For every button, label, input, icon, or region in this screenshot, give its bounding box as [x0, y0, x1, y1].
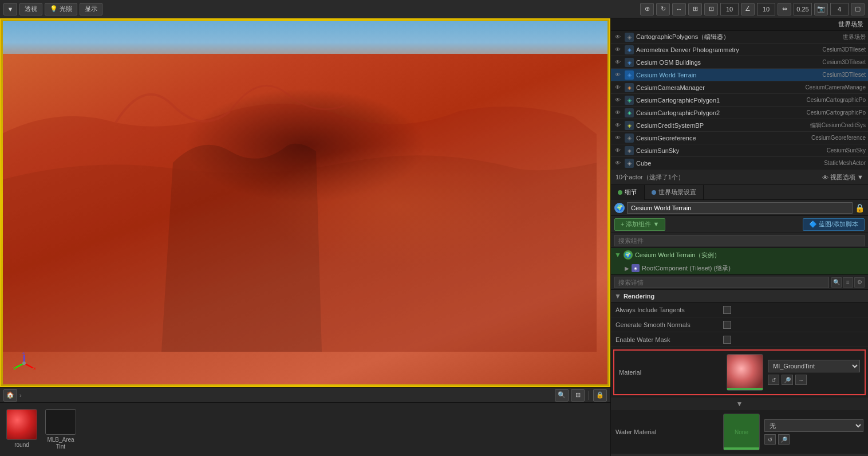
snap-btn-1[interactable]: ⊕ — [640, 3, 654, 15]
scene-item-6[interactable]: 👁 ◈ CesiumCartographicPolygon2 CesiumCar… — [611, 107, 868, 119]
world-title: 世界场景 — [838, 20, 863, 29]
layout-btn[interactable]: ⊞ — [571, 389, 585, 402]
tab-world-settings[interactable]: 世界场景设置 — [645, 185, 704, 200]
snap-btn-3[interactable]: ↔ — [672, 3, 686, 15]
always-tangents-value — [723, 306, 863, 314]
viewport[interactable]: X Y Z — [0, 18, 610, 387]
details-tabs: 细节 世界场景设置 — [611, 185, 868, 200]
eye-icon-0[interactable]: 👁 — [613, 33, 622, 42]
scene-list: 👁 ◈ CartographicPolygons（编辑器） 世界场景 👁 ◈ A… — [611, 31, 868, 170]
material-row: Material MI_GroundTint ↺ 🔎 → — [613, 349, 866, 395]
scene-item-8[interactable]: 👁 ◈ CesiumGeoreference CesiumGeoreferenc… — [611, 132, 868, 144]
scene-item-0[interactable]: 👁 ◈ CartographicPolygons（编辑器） 世界场景 — [611, 31, 868, 44]
water-browse-btn[interactable]: 🔎 — [778, 434, 790, 445]
item-type-7: 编辑CesiumCreditSys — [810, 121, 866, 129]
snap-btn-5[interactable]: ⊡ — [704, 3, 718, 15]
eye-icon-3[interactable]: 👁 — [613, 70, 622, 80]
prop-search-icon[interactable]: 🔍 — [831, 277, 842, 288]
lock-content-btn[interactable]: 🔒 — [593, 389, 607, 402]
asset-item-mlb[interactable]: MLB_Area Tint — [44, 409, 78, 450]
svg-text:Z: Z — [22, 352, 25, 355]
eye-icon-4[interactable]: 👁 — [613, 83, 622, 92]
expand-more-btn[interactable]: ▼ — [611, 398, 868, 410]
viewport-options-btn[interactable]: ▼ — [3, 3, 17, 15]
search-details-input[interactable] — [614, 277, 829, 288]
material-reset-btn[interactable]: ↺ — [768, 375, 779, 385]
material-browse-btn[interactable]: 🔎 — [782, 375, 793, 385]
prop-smooth-normals: Generate Smooth Normals — [611, 317, 868, 332]
smooth-normals-checkbox[interactable] — [723, 321, 731, 329]
lock-icon[interactable]: 🔒 — [855, 203, 865, 213]
main-layout: X Y Z 🏠 › 🔍 ⊞ 🔒 — [0, 18, 868, 456]
asset-item-ground[interactable]: round — [5, 409, 39, 450]
scene-item-7[interactable]: 👁 ◈ CesiumCreditSystemBP 编辑CesiumCreditS… — [611, 119, 868, 132]
snap-btn-4[interactable]: ⊞ — [688, 3, 702, 15]
item-icon-1: ◈ — [625, 45, 634, 54]
asset-thumb-mlb — [45, 409, 76, 435]
svg-text:X: X — [33, 366, 35, 371]
scene-item-5[interactable]: 👁 ◈ CesiumCartographicPolygon1 CesiumCar… — [611, 94, 868, 107]
content-breadcrumb-home[interactable]: 🏠 — [3, 389, 17, 402]
eye-icon-6[interactable]: 👁 — [613, 108, 622, 117]
scene-item-4[interactable]: 👁 ◈ CesiumCameraManager CesiumCameraMana… — [611, 81, 868, 94]
prop-icons: 🔍 ≡ ⚙ — [831, 277, 865, 288]
actor-name-input[interactable] — [627, 202, 853, 214]
eye-icon-1[interactable]: 👁 — [613, 45, 622, 54]
view-options-btn[interactable]: 👁 视图选项 ▼ — [822, 173, 863, 182]
bottom-assets: round MLB_Area Tint — [0, 403, 610, 456]
water-reset-btn[interactable]: ↺ — [764, 434, 776, 445]
maximize-btn[interactable]: ▢ — [851, 3, 865, 15]
lighting-label: 光照 — [60, 5, 72, 13]
svg-point-6 — [22, 361, 26, 365]
blueprint-btn[interactable]: 🔷 蓝图/添加脚本 — [803, 218, 865, 231]
item-icon-7: ◈ — [625, 121, 634, 130]
search-components-input[interactable] — [614, 235, 865, 246]
scene-item-3[interactable]: 👁 ◈ Cesium World Terrain Cesium3DTileset — [611, 69, 868, 81]
scene-item-2[interactable]: 👁 ◈ Cesium OSM Buildings Cesium3DTileset — [611, 56, 868, 69]
snap-num-3: 0.25 — [794, 3, 812, 15]
scene-item-1[interactable]: 👁 ◈ Aerometrex Denver Photogrammetry Ces… — [611, 44, 868, 56]
tab-details[interactable]: 细节 — [611, 185, 645, 200]
actor-count-bar: 10个actor（选择了1个） 👁 视图选项 ▼ — [611, 170, 868, 185]
instance-header[interactable]: ▼ 🌍 Cesium World Terrain（实例） — [611, 248, 868, 262]
item-icon-0: ◈ — [625, 33, 634, 42]
eye-icon-2[interactable]: 👁 — [613, 58, 622, 67]
scene-item-9[interactable]: 👁 ◈ CesiumSunSky CesiumSunSky — [611, 144, 868, 157]
item-icon-6: ◈ — [625, 108, 634, 117]
water-material-details: 无 ↺ 🔎 — [764, 419, 863, 445]
material-thumb[interactable] — [727, 354, 763, 391]
snap-btn-2[interactable]: ↻ — [656, 3, 670, 15]
material-use-btn[interactable]: → — [795, 375, 807, 385]
scene-item-10[interactable]: 👁 ◈ Cube StaticMeshActor — [611, 157, 868, 170]
eye-icon-10[interactable]: 👁 — [613, 159, 622, 168]
details-content: 🌍 🔒 + 添加组件 ▼ 🔷 蓝图/添加脚本 — [611, 200, 868, 456]
water-thumb[interactable]: None — [723, 414, 760, 450]
water-material-select[interactable]: 无 — [764, 419, 863, 432]
add-component-btn[interactable]: + 添加组件 ▼ — [614, 218, 665, 231]
item-type-8: CesiumGeoreference — [811, 135, 866, 141]
item-type-1: Cesium3DTileset — [822, 46, 866, 53]
props-search-bar: 🔍 ≡ ⚙ — [611, 275, 868, 290]
water-none-label: None — [735, 429, 748, 435]
prop-list-icon[interactable]: ≡ — [843, 277, 853, 288]
material-select[interactable]: MI_GroundTint — [768, 360, 860, 372]
water-mask-checkbox[interactable] — [723, 336, 731, 344]
item-name-9: CesiumSunSky — [636, 147, 824, 154]
rendering-section-label: Rendering — [624, 293, 654, 300]
eye-icon-5[interactable]: 👁 — [613, 96, 622, 105]
display-btn[interactable]: 显示 — [80, 3, 102, 15]
root-component[interactable]: ▶ ◈ RootComponent (Tileset) (继承) — [611, 262, 868, 274]
perspective-btn[interactable]: 透视 — [19, 3, 42, 15]
eye-icon-7[interactable]: 👁 — [613, 121, 622, 130]
prop-settings-icon[interactable]: ⚙ — [854, 277, 865, 288]
item-type-4: CesiumCameraManage — [805, 84, 866, 91]
item-type-2: Cesium3DTileset — [822, 59, 866, 65]
eye-icon-9[interactable]: 👁 — [613, 146, 622, 155]
rendering-section-header[interactable]: ▼ Rendering — [611, 290, 868, 302]
lighting-btn[interactable]: 💡 光照 — [45, 3, 77, 15]
eye-icon-8[interactable]: 👁 — [613, 133, 622, 143]
scene-outline: 👁 ◈ CartographicPolygons（编辑器） 世界场景 👁 ◈ A… — [611, 31, 868, 170]
viewport-canvas[interactable]: X Y Z — [1, 19, 609, 386]
search-content-btn[interactable]: 🔍 — [555, 389, 569, 402]
always-tangents-checkbox[interactable] — [723, 306, 731, 314]
